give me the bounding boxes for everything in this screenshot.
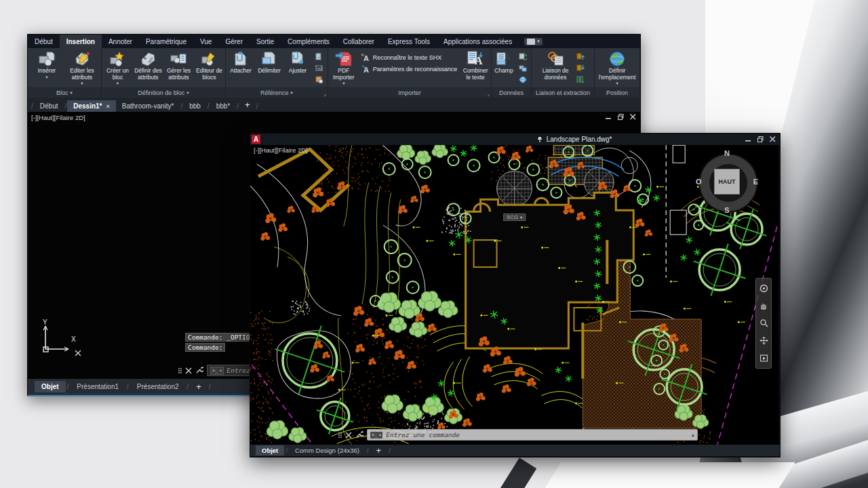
viewcube-west[interactable]: O [696,178,702,186]
ribbon-tab-collaborer[interactable]: Collaborer [336,35,381,48]
liaison-de-donn-es-button[interactable]: Liaison de données [538,49,572,87]
panel-caption[interactable]: Données [492,87,531,98]
ribbon-tab-annoter[interactable]: Annoter [102,35,139,48]
chevron-down-icon: ▾ [45,75,47,79]
viewcube-ucs-menu[interactable]: SCG▾ [503,214,526,221]
shrub-symbol [449,240,456,247]
ribbon-tab-d-but[interactable]: Début [28,35,60,48]
layout-tab-objet[interactable]: Objet [35,381,66,392]
showmotion-icon[interactable] [760,354,768,363]
ribbon-tab-sortie[interactable]: Sortie [250,35,281,48]
dialog-launcher-icon[interactable]: ⌟ [487,91,490,97]
command-grip-icon[interactable] [178,368,182,373]
reconna-tre-le-texte-shx-button[interactable]: AReconnaître le texte SHX [361,53,458,62]
param-tres-de-reconnaissance-button[interactable]: AParamètres de reconnaissance [361,64,458,73]
panel-caption[interactable]: Définition de bloc▾ [102,87,225,98]
attacher-button[interactable]: Attacher [227,49,254,87]
mini-download-icon[interactable] [575,63,586,73]
command-close-icon[interactable] [345,432,352,439]
d-finir-des-attributs-button[interactable]: Définir des attributs [134,49,163,87]
mini-hyperlink-icon[interactable] [517,75,528,84]
close-icon[interactable] [630,114,636,120]
orbit-icon[interactable] [760,336,768,345]
d-limiter-button[interactable]: Délimiter [256,49,283,87]
command-customize-wrench-icon[interactable] [195,367,203,374]
cr-er-un-bloc-button[interactable]: Créer un bloc▾ [103,49,132,87]
layout-tab-objet[interactable]: Objet [256,445,284,455]
ribbon-tab-param-trique[interactable]: Paramétrique [139,35,193,48]
layout-tab-comm-design-24x36[interactable]: Comm Design (24x36) [289,445,366,455]
file-tab-bathroom-vanity[interactable]: Bathroom-vanity* [116,100,180,112]
ribbon-tab-vue[interactable]: Vue [193,35,218,48]
minimize-icon[interactable] [606,114,612,120]
panel-caption[interactable]: Liaison et extraction [532,87,594,98]
command-grip-icon[interactable] [338,432,342,438]
restore-icon[interactable] [757,136,764,142]
file-tab-d-but[interactable]: Début [34,100,64,112]
command-close-icon[interactable] [185,367,192,374]
viewcube-north[interactable]: N [724,149,730,157]
viewcube-south[interactable]: S [724,206,729,214]
screen: DébutInsertionAnnoterParamétriqueVueGére… [0,0,868,488]
ribbon-tab-compl-ments[interactable]: Compléments [281,35,336,48]
panel-caption[interactable]: Position [595,87,639,98]
ribbon-tab-applications-associ-es[interactable]: Applications associées [437,35,519,48]
close-icon[interactable]: × [106,103,110,110]
ribbon-tab-g-rer[interactable]: Gérer [218,35,250,48]
restore-icon[interactable] [618,114,624,120]
command-customize-wrench-icon[interactable] [355,431,363,439]
ins-rer-button[interactable]: Insérer▾ [30,49,64,87]
mini-blockfield-icon[interactable] [517,63,528,73]
file-tab-dessin1[interactable]: Dessin1*× [67,100,116,112]
dialog-launcher-icon[interactable]: ⌟ [323,91,326,97]
new-layout-button[interactable]: + [190,382,208,392]
svg-text:A: A [505,53,511,62]
titlebar[interactable]: A Landscape Plan.dwg* [250,134,780,145]
command-input[interactable]: >_▾ Entrez une commande ▲ [367,429,698,441]
new-layout-button[interactable]: + [370,445,388,455]
navigation-bar[interactable] [755,278,772,369]
file-tab-bbb[interactable]: bbb* [210,100,237,112]
tab-separator: / [186,383,191,390]
ribbon-display-toggle[interactable]: ▾ [524,38,542,45]
pdf-importer-button[interactable]: PDF Importer▾ [330,49,358,87]
mini-upload-icon[interactable] [575,52,586,61]
steering-wheel-icon[interactable] [760,284,768,293]
layout-tab-pr-sentation1[interactable]: Présentation1 [70,381,125,392]
orange-shrub-symbol [394,350,405,360]
mini-underlay-icon[interactable] [314,75,325,84]
pan-hand-icon[interactable] [760,302,768,310]
ribbon-tab-insertion[interactable]: Insertion [60,35,102,48]
mini-update-icon[interactable] [517,52,528,61]
combiner-le-texte-button[interactable]: ACombiner le texte [461,49,490,87]
command-history-arrow-icon[interactable]: ▲ [692,432,694,438]
editer-les-attributs-button[interactable]: Editer les attributs▾ [65,49,99,87]
viewport-controls-label[interactable]: [-][Haut][Filaire 2D] [31,114,85,121]
panel-caption[interactable]: Bloc▾ [28,87,101,98]
viewcube-top-face[interactable]: HAUT [714,169,740,195]
viewcube[interactable]: N S O E HAUT [694,149,760,214]
drawing-canvas[interactable]: [-][Haut][Filaire 2D] N S O E HAUT SCG▾ [250,145,778,445]
minimize-icon[interactable] [745,136,751,142]
mini-extract-icon[interactable] [575,75,586,84]
viewport-controls-label[interactable]: [-][Haut][Filaire 2D] [254,146,308,154]
layout-tab-pr-sentation2[interactable]: Présentation2 [130,381,186,392]
g-rer-les-attributs-button[interactable]: Gérer les attributs [164,49,193,87]
panel-caption[interactable]: Importer⌟ [328,87,491,98]
file-tab-label: bbb* [216,102,231,110]
panel-caption[interactable]: Référence▾⌟ [226,87,328,98]
orange-shrub-symbol [476,392,486,401]
d-finir-l-emplacement-button[interactable]: Définir l'emplacement▾ [600,49,634,87]
wallpaper-white-sheet [545,462,795,488]
ajuster-button[interactable]: Ajuster [284,49,311,87]
mini-clip-icon[interactable] [314,52,325,61]
zoom-icon[interactable] [760,319,768,327]
close-icon[interactable] [770,136,776,142]
file-tab-bbb[interactable]: bbb [183,100,207,112]
editeur-de-blocs-button[interactable]: Editeur de blocs [195,49,224,87]
ribbon-tab-express-tools[interactable]: Express Tools [381,35,437,48]
champ-button[interactable]: AChamp [493,49,515,87]
viewcube-east[interactable]: E [753,178,758,186]
mini-frame-icon[interactable]: (x) [314,63,325,73]
new-drawing-button[interactable]: + [239,99,256,112]
